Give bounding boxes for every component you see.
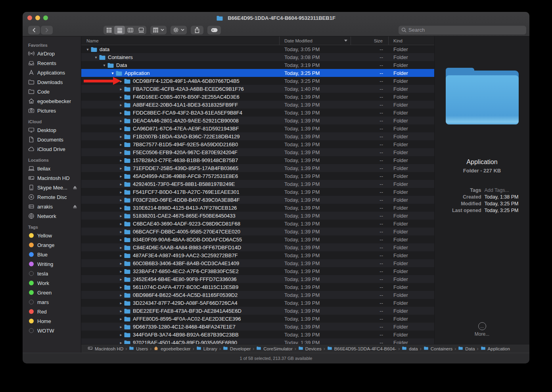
zoom-button[interactable]	[43, 15, 48, 20]
sidebar-item-pictures[interactable]: Pictures	[23, 106, 81, 115]
breadcrumb-library[interactable]: Library	[196, 346, 217, 352]
back-button[interactable]	[28, 26, 40, 34]
column-header-size[interactable]: Size	[351, 36, 389, 45]
sidebar-item-downloads[interactable]: Downloads	[23, 77, 81, 87]
table-row[interactable]: ▸ 71EFDDE7-25B5-439D-85F5-17AB4FB03665 T…	[81, 164, 434, 172]
breadcrumb-developer[interactable]: Developer	[223, 346, 251, 352]
group-by-button[interactable]	[150, 26, 167, 34]
disclosure-triangle-icon[interactable]: ▸	[118, 222, 124, 226]
sidebar-item-red[interactable]: Red	[23, 307, 81, 316]
sidebar-item-macintosh-hd[interactable]: Macintosh HD	[23, 173, 81, 183]
sidebar-item-applications[interactable]: Applications	[23, 68, 81, 77]
disclosure-triangle-icon[interactable]: ▸	[118, 269, 124, 273]
table-row[interactable]: ▸ 834E0F09-90A6-48AA-8DDB-D0DAFCD6AC55 T…	[81, 235, 434, 243]
sidebar-item-tesla[interactable]: tesla	[23, 269, 81, 278]
sidebar-item-egoebelbecker[interactable]: egoebelbecker	[23, 96, 81, 106]
column-header-date-modified[interactable]: Date Modified	[280, 36, 351, 45]
table-row[interactable]: ▸ 97021BAE-4501-44C9-89ED-9035A95E6B90 T…	[81, 338, 434, 344]
table-row[interactable]: ▸ AFFE80D5-8595-4F0A-AC02-EAE2D3ECE396 T…	[81, 315, 434, 323]
disclosure-triangle-icon[interactable]: ▸	[118, 214, 124, 218]
search-field[interactable]	[399, 26, 526, 34]
sidebar-item-tleilax[interactable]: tleilax	[23, 164, 81, 173]
table-row[interactable]: ▸ 7B8C7577-B1D5-494F-92E5-8A59D0D216B0 T…	[81, 140, 434, 148]
disclosure-triangle-icon[interactable]: ▸	[118, 237, 124, 242]
sidebar-item-icloud-drive[interactable]: iCloud Drive	[23, 144, 81, 154]
table-row[interactable]: ▸ F5EC0506-EFB9-420A-967C-E870E924204F T…	[81, 148, 434, 156]
sidebar-item-code[interactable]: Code	[23, 87, 81, 96]
sidebar-item-recents[interactable]: Recents	[23, 58, 81, 68]
disclosure-triangle-icon[interactable]: ▾	[84, 47, 91, 52]
column-header-kind[interactable]: Kind	[389, 36, 434, 45]
disclosure-triangle-icon[interactable]: ▸	[118, 182, 124, 186]
sidebar-item-writing[interactable]: Writing	[23, 259, 81, 269]
sidebar-item-network[interactable]: Network	[23, 211, 81, 221]
table-row[interactable]: ▸ F1B2007B-1BDA-43AD-B36C-722E18DB4129 T…	[81, 132, 434, 140]
table-row[interactable]: ▾ Containers Today, 3:08 PM -- Folder	[81, 53, 434, 61]
table-row[interactable]: ▾ data Today, 3:05 PM -- Folder	[81, 45, 434, 53]
table-row[interactable]: ▸ 310E6214-B98D-4125-B413-A7F278CEB126 T…	[81, 204, 434, 212]
list-view-button[interactable]	[114, 26, 125, 34]
breadcrumb-data[interactable]: data	[402, 346, 418, 352]
disclosure-triangle-icon[interactable]: ▸	[118, 119, 124, 123]
table-row[interactable]: ▸ 5611074C-DAFA-4777-BC0C-4B115C12E5B9 T…	[81, 283, 434, 291]
table-row[interactable]: ▸ F46D16EE-C0B5-4076-B50F-2E255AC4D3E6 T…	[81, 93, 434, 101]
column-view-button[interactable]	[125, 26, 136, 34]
disclosure-triangle-icon[interactable]: ▸	[118, 340, 124, 344]
disclosure-triangle-icon[interactable]: ▸	[118, 333, 124, 337]
breadcrumb-b66e4d95-1dda-4fc4-b604[interactable]: B66E4D95-1DDA-4FC4-B604-	[327, 346, 397, 352]
breadcrumb-macintosh-hd[interactable]: Macintosh HD	[88, 346, 123, 352]
table-row[interactable]: ▸ A8BF4EE2-20B0-41A1-8DE3-6318325FB9FF T…	[81, 101, 434, 109]
disclosure-triangle-icon[interactable]: ▸	[118, 87, 124, 91]
sidebar-item-airdrop[interactable]: AirDrop	[23, 49, 81, 58]
table-row[interactable]: ▸ 51838201-CAE2-4675-865E-F50BE6450433 T…	[81, 212, 434, 220]
disclosure-triangle-icon[interactable]: ▸	[118, 198, 124, 202]
disclosure-triangle-icon[interactable]: ▸	[118, 277, 124, 281]
table-row[interactable]: ▸ 45AD4959-AE36-49BB-AFC8-77572531E8E6 T…	[81, 172, 434, 180]
sidebar-item-orange[interactable]: Orange	[23, 240, 81, 250]
table-row[interactable]: ▾ Application Today, 3:25 PM -- Folder	[81, 69, 434, 77]
disclosure-triangle-icon[interactable]: ▸	[118, 166, 124, 170]
actions-button[interactable]	[171, 26, 187, 34]
disclosure-triangle-icon[interactable]: ▸	[118, 95, 124, 99]
sidebar-item-green[interactable]: Green	[23, 288, 81, 297]
sidebar-item-wotw[interactable]: WOTW	[23, 326, 81, 335]
grid-view-button[interactable]	[104, 26, 114, 34]
column-header-name[interactable]: Name	[81, 36, 280, 45]
sidebar-item-remote-disc[interactable]: Remote Disc	[23, 192, 81, 202]
table-row[interactable]: ▸ 0BD986F4-B622-45C4-AC5D-81165F0539D2 T…	[81, 291, 434, 299]
breadcrumb-coresimulator[interactable]: CoreSimulator	[256, 346, 293, 352]
table-row[interactable]: ▸ CA96D871-67C6-47EA-AE9F-81D5921943BF T…	[81, 124, 434, 132]
disclosure-triangle-icon[interactable]: ▸	[118, 142, 124, 147]
forward-button[interactable]	[41, 26, 53, 34]
table-row[interactable]: ▸ 487AF3E4-A987-4919-AAC2-3C259272BB7F T…	[81, 251, 434, 259]
table-row[interactable]: ▸ F541FCF7-B0D0-417B-A27C-769E1EAEE301 T…	[81, 188, 434, 196]
search-input[interactable]	[408, 27, 523, 33]
table-row[interactable]: ▸ C84E4D6E-5AAB-4A84-B983-0FF67DBFD14D T…	[81, 243, 434, 251]
disclosure-triangle-icon[interactable]: ▸	[118, 126, 124, 131]
minimize-button[interactable]	[35, 15, 40, 20]
gallery-view-button[interactable]	[136, 26, 146, 34]
edit-tags-button[interactable]	[207, 26, 221, 34]
disclosure-triangle-icon[interactable]: ▸	[118, 111, 124, 115]
table-row[interactable]: ▸ 3D224347-87F7-429D-A08F-5AF66D726CA4 T…	[81, 299, 434, 307]
meta-value[interactable]: Add Tags...	[485, 187, 509, 194]
breadcrumb-application[interactable]: Application	[481, 346, 510, 352]
sidebar-item-work[interactable]: Work	[23, 278, 81, 288]
disclosure-triangle-icon[interactable]: ▸	[118, 301, 124, 305]
disclosure-triangle-icon[interactable]: ▸	[118, 158, 124, 163]
disclosure-triangle-icon[interactable]: ▸	[118, 134, 124, 139]
breadcrumb-devices[interactable]: Devices	[298, 346, 322, 352]
sidebar-item-arrakis[interactable]: arrakis	[23, 202, 81, 211]
table-row[interactable]: ▸ 06BCACFF-DBBC-4005-9585-270E47CEE020 T…	[81, 228, 434, 235]
breadcrumb-data[interactable]: Data	[458, 346, 475, 352]
table-row[interactable]: ▸ 323BAF47-6850-4EC2-A7F6-CF38B30FC5E2 T…	[81, 267, 434, 275]
table-row[interactable]: ▸ 9D667339-1280-4C12-8468-4B4FA247E1E7 T…	[81, 323, 434, 331]
sidebar-item-home[interactable]: Home	[23, 316, 81, 326]
eject-icon[interactable]	[72, 204, 78, 209]
sidebar-item-skype-mee[interactable]: Skype Mee...	[23, 183, 81, 192]
table-row[interactable]: ▸ 60C0B6B3-3406-43BF-8A4B-0CD3CA4E1409 T…	[81, 259, 434, 267]
sidebar-item-yellow[interactable]: Yellow	[23, 231, 81, 240]
table-row[interactable]: ▸ DEAC4A46-2801-4A20-9AEE-52921CB90008 T…	[81, 117, 434, 124]
breadcrumb-egoebelbecker[interactable]: egoebelbecker	[153, 346, 190, 352]
disclosure-triangle-icon[interactable]: ▸	[118, 293, 124, 297]
